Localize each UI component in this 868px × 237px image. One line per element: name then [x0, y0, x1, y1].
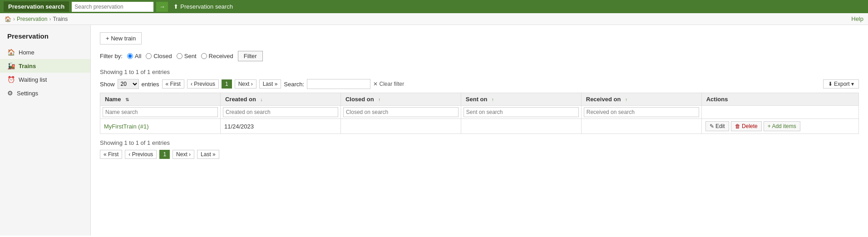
search-button[interactable]: → [156, 2, 168, 12]
pagination-bottom: « First ‹ Previous 1 Next › Last » [100, 150, 859, 159]
table-body: MyFirstTrain (#1) 11/24/2023 ✎ Edit 🗑 De… [100, 119, 859, 134]
current-page-button[interactable]: 1 [222, 79, 232, 89]
pagination-right: ⬇ Export ▾ [823, 79, 859, 89]
sidebar-item-trains-label: Trains [19, 63, 36, 69]
sent-on-sort-icons: ↑ [492, 97, 494, 102]
export-button[interactable]: ⬇ Export ▾ [823, 79, 859, 89]
new-train-button[interactable]: + New train [100, 32, 142, 44]
filter-sent-label[interactable]: Sent [177, 53, 197, 59]
closed-on-search-input[interactable] [343, 107, 459, 117]
table-search-row [100, 106, 859, 119]
bottom-first-page-button[interactable]: « First [100, 150, 122, 159]
action-buttons: ✎ Edit 🗑 Delete + Add items [705, 121, 855, 131]
filter-closed-label[interactable]: Closed [146, 53, 172, 59]
filter-all-radio[interactable] [127, 53, 133, 59]
col-sent-on[interactable]: Sent on ↑ [461, 93, 581, 106]
name-sort-icons: ⇅ [125, 97, 129, 102]
waiting-list-icon: ⏰ [7, 76, 15, 83]
col-created-on[interactable]: Created on ↓ [220, 93, 340, 106]
preservation-search-link[interactable]: ⬆ Preservation search [173, 3, 233, 10]
filter-closed-radio[interactable] [146, 53, 152, 59]
received-on-sort-icons: ↑ [625, 97, 627, 102]
filter-received-radio[interactable] [201, 53, 207, 59]
created-on-cell: 11/24/2023 [220, 119, 340, 134]
brand-label[interactable]: Preservation search [4, 1, 69, 12]
bottom-prev-page-button[interactable]: ‹ Previous [125, 150, 157, 159]
pagination-top: Show 20 50 100 entries « First ‹ Previou… [100, 79, 859, 89]
bottom-last-page-button[interactable]: Last » [197, 150, 219, 159]
filter-all-label[interactable]: All [127, 53, 141, 59]
entries-label: entries [142, 81, 159, 88]
help-link[interactable]: Help [851, 15, 863, 22]
actions-cell: ✎ Edit 🗑 Delete + Add items [701, 119, 858, 134]
edit-button[interactable]: ✎ Edit [705, 121, 729, 131]
clear-filter-button[interactable]: ✕ Clear filter [373, 81, 404, 87]
received-on-search-input[interactable] [584, 107, 699, 117]
search-label: Search: [284, 81, 304, 88]
delete-button[interactable]: 🗑 Delete [731, 121, 762, 131]
sidebar-item-waiting-list-label: Waiting list [19, 76, 47, 83]
trains-icon: 🚂 [7, 62, 15, 69]
sidebar-item-waiting-list[interactable]: ⏰ Waiting list [0, 73, 90, 86]
add-items-button[interactable]: + Add items [764, 121, 800, 131]
current-breadcrumb: Trains [53, 16, 68, 22]
sidebar-item-home-label: Home [19, 49, 35, 56]
filter-received-label[interactable]: Received [201, 53, 233, 59]
filter-by-label: Filter by: [100, 53, 123, 59]
showing-text: Showing 1 to 1 of 1 entries [100, 69, 859, 75]
preservation-breadcrumb-link[interactable]: Preservation [17, 16, 47, 22]
sent-on-cell [461, 119, 581, 134]
breadcrumb: 🏠 › Preservation › Trains Help [0, 13, 868, 25]
first-page-button[interactable]: « First [162, 79, 184, 89]
last-page-button[interactable]: Last » [259, 79, 281, 89]
table-row: MyFirstTrain (#1) 11/24/2023 ✎ Edit 🗑 De… [100, 119, 859, 134]
sent-on-search-input[interactable] [464, 107, 579, 117]
search-filter-input[interactable] [307, 79, 370, 89]
actions-search-cell [701, 106, 858, 119]
settings-icon: ⚙ [7, 89, 13, 97]
search-input[interactable] [72, 2, 153, 12]
closed-on-cell [340, 119, 461, 134]
prev-page-button[interactable]: ‹ Previous [187, 79, 219, 89]
train-link[interactable]: MyFirstTrain (#1) [104, 123, 148, 130]
show-label: Show [100, 81, 115, 88]
home-icon: 🏠 [7, 49, 15, 56]
data-table: Name ⇅ Created on ↓ Closed on ↑ Sent on … [100, 93, 859, 134]
col-closed-on[interactable]: Closed on ↑ [340, 93, 461, 106]
closed-on-sort-icons: ↑ [378, 97, 380, 102]
topbar: Preservation search → ⬆ Preservation sea… [0, 0, 868, 13]
name-search-input[interactable] [103, 107, 218, 117]
table-header-row: Name ⇅ Created on ↓ Closed on ↑ Sent on … [100, 93, 859, 106]
bottom-next-page-button[interactable]: Next › [173, 150, 194, 159]
filter-sent-radio[interactable] [177, 53, 182, 59]
created-on-sort-icons: ↓ [260, 97, 262, 102]
breadcrumb-sep2: › [49, 16, 51, 22]
next-page-button[interactable]: Next › [235, 79, 256, 89]
sidebar-item-settings-label: Settings [17, 90, 38, 97]
col-name[interactable]: Name ⇅ [100, 93, 221, 106]
created-on-search-cell [220, 106, 340, 119]
bottom-current-page-button[interactable]: 1 [159, 150, 170, 159]
preservation-breadcrumb-label: Preservation [17, 16, 47, 22]
breadcrumb-left: 🏠 › Preservation › Trains [5, 16, 68, 22]
sidebar: Preservation 🏠 Home 🚂 Trains ⏰ Waiting l… [0, 25, 91, 236]
page-layout: Preservation 🏠 Home 🚂 Trains ⏰ Waiting l… [0, 25, 868, 236]
sidebar-item-home[interactable]: 🏠 Home [0, 45, 90, 59]
filter-bar: Filter by: All Closed Sent Received Filt… [100, 51, 859, 61]
main-content: + New train Filter by: All Closed Sent R… [91, 25, 868, 236]
breadcrumb-sep1: › [13, 16, 15, 22]
preservation-search-label: Preservation search [180, 3, 233, 10]
closed-on-search-cell [340, 106, 461, 119]
created-on-search-input[interactable] [223, 107, 338, 117]
show-entries-select[interactable]: 20 50 100 [118, 79, 139, 89]
sidebar-item-settings[interactable]: ⚙ Settings [0, 86, 90, 100]
received-on-search-cell [581, 106, 701, 119]
home-breadcrumb-link[interactable]: 🏠 [5, 16, 11, 22]
sidebar-item-trains[interactable]: 🚂 Trains [0, 59, 90, 73]
home-breadcrumb-icon: 🏠 [5, 16, 11, 22]
sidebar-title: Preservation [0, 32, 90, 45]
col-received-on[interactable]: Received on ↑ [581, 93, 701, 106]
received-on-cell [581, 119, 701, 134]
filter-button[interactable]: Filter [238, 51, 263, 61]
sent-on-search-cell [461, 106, 581, 119]
